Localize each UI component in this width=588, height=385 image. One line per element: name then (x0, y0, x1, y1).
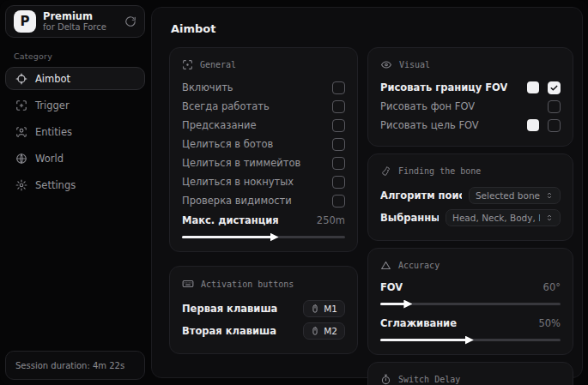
setting-label: Рисовать фон FOV (380, 100, 475, 112)
left-column: General Включить Всегда работать Предска… (169, 47, 358, 354)
max-distance-slider-block: Макс. дистанция 250m (182, 212, 345, 238)
brand-card: P Premium for Delta Force (5, 5, 145, 38)
panel-activation-header: Activation buttons (182, 278, 345, 290)
trigger-icon (15, 99, 27, 111)
eye-icon (380, 59, 392, 70)
visual-row-fov-border: Рисовать границу FOV (380, 78, 561, 97)
product-name: Premium (43, 11, 118, 22)
slider-value: 250m (317, 214, 345, 226)
fov-border-checkbox[interactable] (548, 81, 561, 94)
fov-target-checkbox[interactable] (548, 119, 561, 132)
visibility-check-checkbox[interactable] (332, 195, 345, 208)
fov-border-color-swatch[interactable] (527, 81, 539, 93)
panel-accuracy-header: Accuracy (380, 260, 561, 271)
setting-row-target-knocked: Целиться в нокнутых (182, 172, 345, 191)
setting-label: Целиться в тиммейтов (182, 157, 300, 169)
keybind-value: M2 (324, 326, 337, 336)
fov-slider[interactable] (380, 303, 561, 305)
session-duration-label: Session duration: 4m 22s (15, 361, 124, 370)
sidebar-item-world[interactable]: World (5, 147, 145, 170)
chevrons-up-down-icon (545, 214, 554, 222)
visual-row-fov-background: Рисовать фон FOV (380, 97, 561, 116)
target-knocked-checkbox[interactable] (332, 176, 345, 189)
panel-visual-header: Visual (380, 59, 561, 70)
slider-value: 60° (543, 281, 561, 293)
selected-bones-dropdown[interactable]: Head, Neck, Body, Pe.. (446, 209, 561, 226)
keybind-row-primary: Первая клавиша M1 (182, 298, 345, 320)
sidebar-item-label: Entities (35, 126, 72, 138)
primary-keybind-button[interactable]: M1 (303, 300, 345, 317)
setting-row-visibility-check: Проверка видимости (182, 191, 345, 210)
panel-header-label: Accuracy (398, 261, 439, 270)
target-bots-checkbox[interactable] (332, 138, 345, 151)
setting-label: Целиться в ботов (182, 138, 273, 150)
session-duration: Session duration: 4m 22s (5, 351, 145, 380)
keybind-value: M1 (324, 304, 337, 314)
mouse-icon (311, 304, 319, 314)
bone-algorithm-dropdown[interactable]: Selected bone (469, 187, 561, 204)
panel-switch-delay: Switch Delay Задержка переключения Задер… (367, 362, 573, 385)
panel-header-label: Switch Delay (398, 375, 460, 384)
sidebar-item-trigger[interactable]: Trigger (5, 93, 145, 117)
prediction-checkbox[interactable] (332, 119, 345, 132)
gear-icon (15, 179, 27, 191)
selected-bones-row: Выбранные кос Head, Neck, Body, Pe.. (380, 207, 561, 229)
main-content: Aimbot General (151, 7, 583, 378)
keybind-label: Вторая клавиша (182, 325, 276, 337)
entities-icon (15, 126, 27, 138)
slider-label: Макс. дистанция (182, 214, 279, 226)
slider-label: FOV (380, 281, 403, 293)
setting-label: Проверка видимости (182, 195, 292, 207)
setting-row-target-bots: Целиться в ботов (182, 135, 345, 153)
setting-row-always-work: Всегда работать (182, 97, 345, 116)
setting-row-target-teammates: Целиться в тиммейтов (182, 153, 345, 172)
setting-label: Всегда работать (182, 100, 270, 112)
right-column: Visual Рисовать границу FOV Рисовать фон… (367, 47, 573, 385)
visual-row-fov-target: Рисовать цель FOV (380, 116, 561, 135)
keyboard-icon (182, 278, 194, 290)
refresh-icon[interactable] (124, 15, 136, 27)
panel-finding-bone: Finding the bone Алгоритм поиска кост Se… (367, 153, 573, 241)
sidebar-item-settings[interactable]: Settings (5, 173, 145, 196)
sidebar-item-entities[interactable]: Entities (5, 120, 145, 143)
fov-target-color-swatch[interactable] (527, 119, 539, 131)
panel-header-label: General (200, 60, 236, 69)
panel-header-label: Activation buttons (201, 280, 294, 289)
setting-label: Алгоритм поиска кост (380, 189, 462, 202)
setting-row-enable: Включить (182, 78, 345, 97)
panel-accuracy: Accuracy FOV 60° Сглаживание (367, 248, 573, 355)
chevrons-up-down-icon (545, 191, 554, 200)
slider-value: 50% (538, 317, 561, 329)
sidebar-item-label: Trigger (35, 99, 70, 111)
target-teammates-checkbox[interactable] (332, 157, 345, 170)
secondary-keybind-button[interactable]: M2 (303, 322, 345, 340)
brand-text: Premium for Delta Force (43, 11, 118, 33)
fov-background-checkbox[interactable] (548, 100, 561, 113)
brand-logo: P (14, 10, 36, 33)
panel-header-label: Visual (399, 60, 430, 69)
max-distance-slider[interactable] (182, 236, 345, 238)
panel-general: General Включить Всегда работать Предска… (169, 47, 358, 252)
enable-checkbox[interactable] (332, 81, 345, 94)
panel-visual: Visual Рисовать границу FOV Рисовать фон… (367, 47, 573, 147)
keybind-row-secondary: Вторая клавиша M2 (182, 320, 345, 342)
globe-icon (15, 153, 27, 165)
setting-row-prediction: Предсказание (182, 116, 345, 135)
smoothing-slider-block: Сглаживание 50% (380, 315, 561, 341)
bone-icon (380, 165, 391, 177)
setting-label: Целиться в нокнутых (182, 176, 294, 188)
always-work-checkbox[interactable] (332, 100, 345, 113)
sidebar-item-label: World (35, 153, 64, 165)
sidebar-nav: Aimbot Trigger Entities (5, 67, 145, 196)
setting-label: Рисовать цель FOV (380, 119, 479, 131)
sidebar-item-aimbot[interactable]: Aimbot (5, 67, 145, 90)
panel-general-header: General (182, 59, 345, 70)
setting-label: Выбранные кос (380, 212, 439, 224)
crosshair-icon (15, 73, 27, 85)
fov-slider-block: FOV 60° (380, 279, 561, 305)
smoothing-slider[interactable] (380, 339, 561, 341)
setting-label: Рисовать границу FOV (380, 81, 507, 93)
stopwatch-icon (380, 374, 391, 385)
triangle-icon (380, 260, 391, 271)
slider-label: Сглаживание (380, 317, 457, 329)
